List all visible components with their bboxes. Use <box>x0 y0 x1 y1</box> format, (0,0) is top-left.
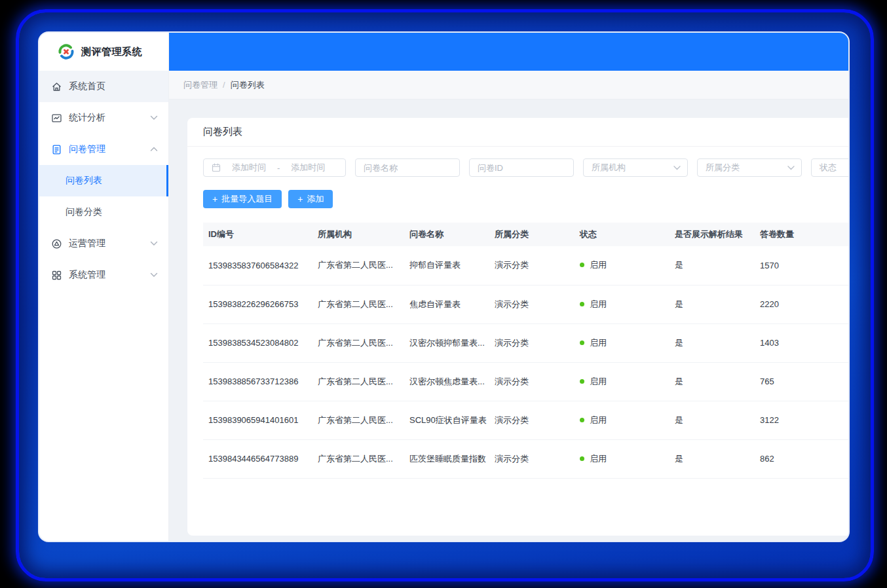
column-header-category: 所属分类 <box>489 223 575 246</box>
app-title: 测评管理系统 <box>81 46 142 58</box>
chevron-down-icon <box>150 241 158 246</box>
cell-show-analysis: 是 <box>670 401 755 439</box>
status-dot-icon <box>580 456 584 461</box>
status-dot-icon <box>580 418 584 422</box>
cell-status: 启用 <box>575 285 670 323</box>
cell-name: 抑郁自评量表 <box>404 246 489 285</box>
status-dot-icon <box>580 263 584 267</box>
status-dot-icon <box>580 340 584 345</box>
calendar-icon <box>212 163 221 172</box>
cell-org: 广东省第二人民医... <box>312 362 404 401</box>
sidebar-subitem-questionnaire-list[interactable]: 问卷列表 <box>39 165 168 196</box>
sidebar-item-home[interactable]: 系统首页 <box>39 71 168 102</box>
cell-category: 演示分类 <box>489 362 575 401</box>
cell-category: 演示分类 <box>489 439 575 478</box>
cell-id: 1539835837606584322 <box>203 246 312 285</box>
cell-category: 演示分类 <box>489 285 575 323</box>
sidebar-item-label: 问卷管理 <box>69 143 150 155</box>
cell-show-analysis: 是 <box>670 246 755 285</box>
cell-status: 启用 <box>575 323 670 362</box>
cell-org: 广东省第二人民医... <box>312 401 404 439</box>
breadcrumb-current: 问卷列表 <box>231 79 265 91</box>
cell-id: 1539838856733712386 <box>203 362 312 401</box>
add-button[interactable]: + 添加 <box>288 190 333 208</box>
cell-show-analysis: 是 <box>670 439 755 478</box>
status-select-placeholder: 状态 <box>820 162 837 174</box>
sidebar-item-system[interactable]: 系统管理 <box>39 259 168 291</box>
date-start-placeholder: 添加时间 <box>232 162 266 174</box>
cell-count: 862 <box>755 439 848 478</box>
organization-select-placeholder: 所属机构 <box>592 162 626 174</box>
table-header: ID编号 所属机构 问卷名称 所属分类 状态 是否展示解析结果 答卷数量 <box>203 223 848 246</box>
sidebar-item-label: 系统首页 <box>69 81 158 92</box>
chart-icon <box>51 113 62 124</box>
cell-name: 汉密尔顿抑郁量表... <box>404 323 489 362</box>
questionnaire-table: ID编号 所属机构 问卷名称 所属分类 状态 是否展示解析结果 答卷数量 <box>203 223 848 479</box>
sidebar-subitem-questionnaire-category[interactable]: 问卷分类 <box>39 196 168 228</box>
cell-count: 2220 <box>755 285 848 323</box>
organization-select[interactable]: 所属机构 <box>583 158 688 177</box>
cell-id: 1539838534523084802 <box>203 323 312 362</box>
chevron-down-icon <box>150 272 158 278</box>
app-logo-icon <box>58 43 75 60</box>
content-area: 问卷列表 添加时间 - 添加时间 <box>169 100 848 541</box>
cell-status: 启用 <box>575 439 670 478</box>
category-select[interactable]: 所属分类 <box>697 158 802 177</box>
column-header-id: ID编号 <box>203 223 312 246</box>
status-select[interactable]: 状态 <box>811 158 848 177</box>
category-select-placeholder: 所属分类 <box>706 162 740 174</box>
sidebar-subitem-label: 问卷分类 <box>66 206 102 218</box>
questionnaire-list-card: 问卷列表 添加时间 - 添加时间 <box>187 118 848 536</box>
app-window: 测评管理系统 系统首页 统计分析 问卷管理 <box>39 33 848 541</box>
sidebar-item-statistics[interactable]: 统计分析 <box>39 102 168 134</box>
cell-org: 广东省第二人民医... <box>312 439 404 478</box>
questionnaire-id-input[interactable] <box>469 158 574 177</box>
column-header-count: 答卷数量 <box>755 223 848 246</box>
document-icon <box>51 144 62 155</box>
card-body: 添加时间 - 添加时间 所属机构 <box>187 147 848 479</box>
batch-import-label: 批量导入题目 <box>221 193 273 205</box>
sidebar: 测评管理系统 系统首页 统计分析 问卷管理 <box>39 33 169 541</box>
breadcrumb-parent[interactable]: 问卷管理 <box>183 79 217 91</box>
cell-count: 765 <box>755 362 848 401</box>
cell-show-analysis: 是 <box>670 323 755 362</box>
sidebar-item-operations[interactable]: 运营管理 <box>39 228 168 259</box>
cell-org: 广东省第二人民医... <box>312 323 404 362</box>
chevron-down-icon <box>787 166 795 170</box>
sidebar-menu: 系统首页 统计分析 问卷管理 问卷列表 问卷分类 <box>39 71 168 291</box>
cell-category: 演示分类 <box>489 246 575 285</box>
date-separator: - <box>277 163 280 173</box>
cell-category: 演示分类 <box>489 401 575 439</box>
cell-count: 1403 <box>755 323 848 362</box>
table-row: 1539835837606584322 广东省第二人民医... 抑郁自评量表 演… <box>203 246 848 285</box>
column-header-name: 问卷名称 <box>404 223 489 246</box>
cell-name: 焦虑自评量表 <box>404 285 489 323</box>
system-grid-icon <box>51 270 62 281</box>
cell-name: SCL90症状自评量表 <box>404 401 489 439</box>
cell-id: 1539843446564773889 <box>203 439 312 478</box>
cell-show-analysis: 是 <box>670 362 755 401</box>
column-header-org: 所属机构 <box>312 223 404 246</box>
cell-org: 广东省第二人民医... <box>312 285 404 323</box>
card-title: 问卷列表 <box>187 118 848 147</box>
batch-import-button[interactable]: + 批量导入题目 <box>203 190 282 208</box>
sidebar-item-label: 统计分析 <box>69 112 150 124</box>
filter-bar: 添加时间 - 添加时间 所属机构 <box>203 158 848 177</box>
table-row: 1539839065941401601 广东省第二人民医... SCL90症状自… <box>203 401 848 439</box>
chevron-up-icon <box>150 147 158 152</box>
cell-name: 匹茨堡睡眠质量指数 <box>404 439 489 478</box>
action-bar: + 批量导入题目 + 添加 <box>203 190 848 208</box>
questionnaire-name-input[interactable] <box>355 158 460 177</box>
add-label: 添加 <box>307 193 324 205</box>
chevron-down-icon <box>673 166 681 170</box>
status-dot-icon <box>580 302 584 306</box>
sidebar-item-label: 运营管理 <box>69 238 150 249</box>
date-range-picker[interactable]: 添加时间 - 添加时间 <box>203 158 346 177</box>
breadcrumb: 问卷管理 / 问卷列表 <box>169 71 848 100</box>
cell-status: 启用 <box>575 246 670 285</box>
cell-status: 启用 <box>575 401 670 439</box>
sidebar-item-questionnaire-mgmt[interactable]: 问卷管理 <box>39 134 168 165</box>
breadcrumb-separator: / <box>223 80 225 90</box>
cell-id: 1539838226296266753 <box>203 285 312 323</box>
cell-category: 演示分类 <box>489 323 575 362</box>
